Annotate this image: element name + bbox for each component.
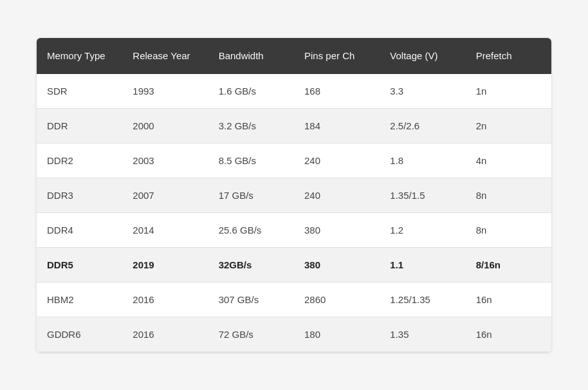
cell-pins_per_ch: 2860 (294, 282, 380, 317)
col-header-release-year: Release Year (122, 38, 208, 74)
cell-prefetch: 4n (466, 143, 551, 178)
cell-pins_per_ch: 184 (294, 108, 380, 143)
cell-voltage: 1.35 (380, 317, 465, 351)
cell-bandwidth: 8.5 GB/s (208, 143, 294, 178)
cell-pins_per_ch: 380 (294, 247, 380, 282)
cell-bandwidth: 32GB/s (208, 247, 294, 282)
cell-bandwidth: 72 GB/s (208, 317, 294, 351)
cell-memory_type: DDR5 (37, 247, 122, 282)
cell-pins_per_ch: 168 (294, 74, 380, 109)
cell-voltage: 2.5/2.6 (380, 108, 465, 143)
cell-prefetch: 16n (466, 282, 551, 317)
cell-prefetch: 1n (466, 74, 551, 109)
cell-voltage: 1.1 (380, 247, 465, 282)
cell-release_year: 2016 (122, 282, 208, 317)
col-header-memory-type: Memory Type (37, 38, 122, 74)
cell-pins_per_ch: 380 (294, 212, 380, 247)
cell-release_year: 2007 (122, 178, 208, 212)
cell-release_year: 2000 (122, 108, 208, 143)
col-header-voltage: Voltage (V) (380, 38, 465, 74)
table-row: DDR3200717 GB/s2401.35/1.58n (37, 178, 551, 212)
cell-prefetch: 8n (466, 178, 551, 212)
cell-release_year: 2014 (122, 212, 208, 247)
table-header-row: Memory Type Release Year Bandwidth Pins … (37, 38, 551, 74)
cell-voltage: 1.2 (380, 212, 465, 247)
table-row: SDR19931.6 GB/s1683.31n (37, 74, 551, 109)
cell-bandwidth: 3.2 GB/s (208, 108, 294, 143)
table-row: DDR5201932GB/s3801.18/16n (37, 247, 551, 282)
cell-voltage: 1.8 (380, 143, 465, 178)
cell-bandwidth: 17 GB/s (208, 178, 294, 212)
table-row: GDDR6201672 GB/s1801.3516n (37, 317, 551, 351)
cell-memory_type: DDR3 (37, 178, 122, 212)
cell-release_year: 1993 (122, 74, 208, 109)
table-row: HBM22016307 GB/s28601.25/1.3516n (37, 282, 551, 317)
cell-release_year: 2016 (122, 317, 208, 351)
table-row: DDR4201425.6 GB/s3801.28n (37, 212, 551, 247)
cell-memory_type: GDDR6 (37, 317, 122, 351)
cell-voltage: 1.25/1.35 (380, 282, 465, 317)
cell-voltage: 3.3 (380, 74, 465, 109)
table-row: DDR220038.5 GB/s2401.84n (37, 143, 551, 178)
cell-release_year: 2003 (122, 143, 208, 178)
cell-bandwidth: 25.6 GB/s (208, 212, 294, 247)
cell-prefetch: 16n (466, 317, 551, 351)
cell-memory_type: HBM2 (37, 282, 122, 317)
cell-memory_type: SDR (37, 74, 122, 109)
cell-memory_type: DDR (37, 108, 122, 143)
cell-bandwidth: 307 GB/s (208, 282, 294, 317)
cell-voltage: 1.35/1.5 (380, 178, 465, 212)
cell-bandwidth: 1.6 GB/s (208, 74, 294, 109)
col-header-pins-per-ch: Pins per Ch (294, 38, 380, 74)
cell-memory_type: DDR4 (37, 212, 122, 247)
cell-pins_per_ch: 180 (294, 317, 380, 351)
cell-pins_per_ch: 240 (294, 178, 380, 212)
cell-prefetch: 2n (466, 108, 551, 143)
col-header-prefetch: Prefetch (466, 38, 551, 74)
memory-comparison-table: Memory Type Release Year Bandwidth Pins … (37, 38, 551, 352)
cell-release_year: 2019 (122, 247, 208, 282)
cell-prefetch: 8n (466, 212, 551, 247)
cell-memory_type: DDR2 (37, 143, 122, 178)
col-header-bandwidth: Bandwidth (208, 38, 294, 74)
cell-pins_per_ch: 240 (294, 143, 380, 178)
cell-prefetch: 8/16n (466, 247, 551, 282)
table-row: DDR20003.2 GB/s1842.5/2.62n (37, 108, 551, 143)
